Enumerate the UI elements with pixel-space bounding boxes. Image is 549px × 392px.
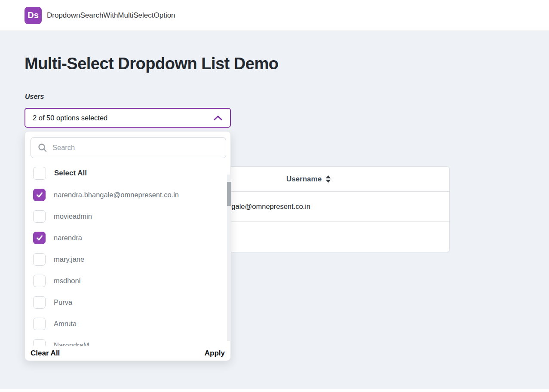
option-row[interactable]: msdhoni — [25, 270, 230, 291]
option-row[interactable]: Amruta — [25, 313, 230, 334]
option-checkbox[interactable] — [33, 210, 46, 223]
select-all-row[interactable]: Select All — [25, 162, 230, 184]
option-row[interactable]: narendra — [25, 227, 230, 248]
option-label: movieadmin — [54, 212, 92, 220]
dropdown-scrollbar-track[interactable] — [227, 175, 231, 341]
page-title: Multi-Select Dropdown List Demo — [25, 55, 278, 73]
selection-summary: 2 of 50 options selected — [33, 114, 107, 122]
search-icon — [38, 143, 47, 152]
option-checkbox[interactable] — [33, 296, 46, 309]
option-checkbox[interactable] — [33, 189, 46, 201]
option-checkbox[interactable] — [33, 339, 46, 346]
chevron-up-icon — [213, 115, 223, 121]
dropdown-scrollbar-thumb[interactable] — [227, 182, 231, 206]
multiselect-toggle[interactable]: 2 of 50 options selected — [25, 108, 231, 128]
option-label: Amruta — [54, 320, 77, 328]
option-checkbox[interactable] — [33, 232, 46, 244]
option-list: Select All narendra.bhangale@omnepresent… — [25, 162, 230, 346]
app-logo-text: Ds — [28, 10, 39, 20]
users-field-label: Users — [25, 93, 44, 101]
option-row[interactable]: Purva — [25, 291, 230, 313]
option-checkbox[interactable] — [33, 253, 46, 266]
option-label: Purva — [54, 298, 72, 306]
option-row[interactable]: NarendraM — [25, 334, 230, 346]
option-label: narendra — [54, 234, 82, 242]
app-logo: Ds — [25, 7, 42, 24]
select-all-checkbox[interactable] — [33, 167, 46, 180]
option-checkbox[interactable] — [33, 318, 46, 330]
username-column-label: Username — [286, 175, 322, 184]
option-checkbox[interactable] — [33, 275, 46, 287]
navbar: Ds DropdownSearchWithMultiSelectOption — [0, 0, 549, 31]
sort-icon[interactable] — [325, 175, 331, 183]
search-input[interactable] — [52, 138, 221, 158]
option-label: narendra.bhangale@omnepresent.co.in — [54, 191, 179, 199]
select-all-label: Select All — [54, 169, 87, 178]
option-label: msdhoni — [54, 277, 80, 285]
brand-title: DropdownSearchWithMultiSelectOption — [47, 11, 175, 20]
option-row[interactable]: mary.jane — [25, 248, 230, 270]
option-label: mary.jane — [54, 255, 84, 263]
apply-button[interactable]: Apply — [205, 349, 225, 358]
option-row[interactable]: movieadmin — [25, 205, 230, 227]
dropdown-footer: Clear All Apply — [25, 346, 230, 361]
search-box[interactable] — [31, 137, 226, 158]
option-row[interactable]: narendra.bhangale@omnepresent.co.in — [25, 184, 230, 205]
clear-all-button[interactable]: Clear All — [31, 349, 60, 358]
option-label: NarendraM — [54, 341, 89, 346]
dropdown-panel: Select All narendra.bhangale@omnepresent… — [25, 131, 231, 360]
